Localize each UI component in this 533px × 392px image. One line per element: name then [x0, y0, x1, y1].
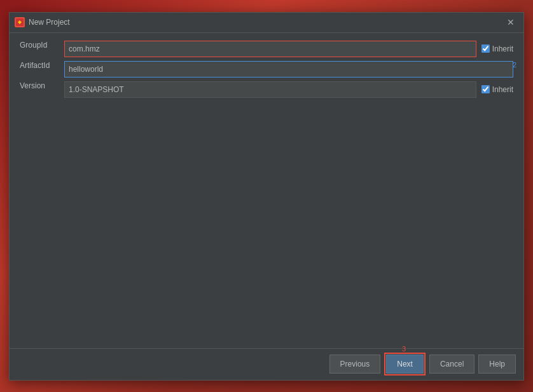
- previous-button[interactable]: Previous: [329, 355, 381, 374]
- next-button[interactable]: Next: [386, 355, 424, 374]
- groupid-inherit-checkbox[interactable]: [481, 44, 490, 53]
- version-inherit: Inherit: [481, 85, 513, 94]
- title-bar: New Project ✕: [10, 13, 523, 33]
- form-content: GroupId 1 Inherit ArtifactId 2 Version: [10, 33, 523, 348]
- version-row: Version Inherit: [20, 81, 513, 98]
- version-label: Version: [20, 81, 64, 90]
- app-icon: [15, 17, 25, 27]
- groupid-row: GroupId 1 Inherit: [20, 41, 513, 57]
- help-button[interactable]: Help: [478, 355, 516, 374]
- groupid-inherit: Inherit: [481, 44, 513, 53]
- groupid-label: GroupId: [20, 41, 64, 50]
- step3-label: 3: [402, 345, 406, 353]
- next-button-wrapper: Next: [384, 353, 426, 375]
- dialog-footer: 3 Previous Next Cancel Help: [10, 348, 523, 380]
- dialog-title: New Project: [29, 18, 503, 27]
- close-button[interactable]: ✕: [503, 15, 518, 30]
- content-spacer: [20, 102, 513, 341]
- version-input[interactable]: [64, 81, 476, 98]
- artifactid-label: ArtifactId: [20, 61, 64, 70]
- step2-label: 2: [513, 61, 516, 69]
- version-inherit-label: Inherit: [492, 85, 513, 94]
- artifactid-row: ArtifactId 2: [20, 61, 513, 78]
- version-inherit-checkbox[interactable]: [481, 85, 490, 93]
- cancel-button[interactable]: Cancel: [429, 355, 474, 374]
- new-project-dialog: New Project ✕ GroupId 1 Inherit Artifact…: [9, 12, 524, 381]
- groupid-inherit-label: Inherit: [492, 44, 513, 53]
- artifactid-input[interactable]: [64, 61, 513, 78]
- groupid-input[interactable]: [64, 41, 476, 57]
